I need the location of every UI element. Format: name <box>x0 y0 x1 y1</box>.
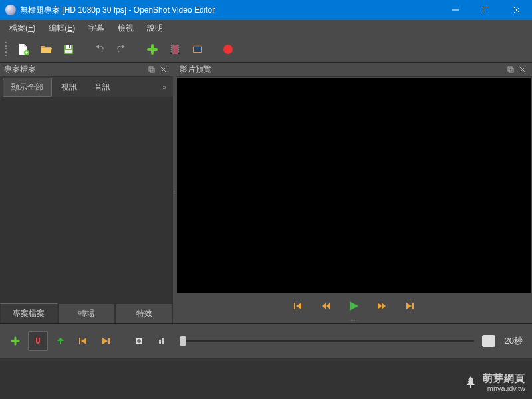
svg-rect-32 <box>294 303 295 309</box>
jump-end-button[interactable] <box>402 298 418 314</box>
import-files-button[interactable] <box>141 38 164 61</box>
timeline-toolbar: 20秒 <box>0 323 532 358</box>
snap-button[interactable] <box>28 331 48 351</box>
svg-rect-33 <box>412 303 414 309</box>
undo-button[interactable] <box>88 38 110 61</box>
menu-file[interactable]: 檔案(F) <box>3 21 42 36</box>
svg-point-23 <box>223 45 233 54</box>
svg-rect-34 <box>60 341 61 344</box>
svg-rect-24 <box>149 67 153 71</box>
next-marker-button[interactable] <box>96 331 116 351</box>
menu-view[interactable]: 檢視 <box>111 21 140 36</box>
svg-rect-1 <box>483 7 489 13</box>
preview-title: 影片預覽 <box>180 64 504 75</box>
filter-more-icon[interactable]: » <box>158 84 170 91</box>
export-button[interactable] <box>217 38 239 61</box>
svg-rect-17 <box>178 47 180 49</box>
project-files-header: 專案檔案 <box>0 63 173 77</box>
file-filter-tabs: 顯示全部 視訊 音訊 » <box>0 77 173 97</box>
watermark-name: 萌芽網頁 <box>483 373 525 384</box>
fast-forward-button[interactable] <box>374 298 390 314</box>
add-track-button[interactable] <box>5 331 25 351</box>
menu-help[interactable]: 說明 <box>140 21 170 36</box>
svg-rect-28 <box>508 67 512 71</box>
filter-audio-tab[interactable]: 音訊 <box>86 78 118 96</box>
svg-rect-13 <box>171 47 172 49</box>
close-button[interactable] <box>501 0 532 20</box>
preview-close-icon[interactable] <box>517 65 528 75</box>
redo-button[interactable] <box>110 38 133 61</box>
svg-rect-35 <box>79 338 80 344</box>
project-files-panel: 專案檔案 顯示全部 視訊 音訊 » 專案檔案 轉場 特效 <box>0 63 173 323</box>
add-marker-button[interactable] <box>51 331 70 351</box>
tab-project-files[interactable]: 專案檔案 <box>0 303 58 323</box>
watermark: 萌芽網頁 mnya.idv.tw <box>463 373 525 392</box>
svg-rect-19 <box>178 51 180 53</box>
zoom-slider-start-icon <box>152 331 172 351</box>
playback-controls <box>176 294 532 318</box>
video-preview[interactable] <box>177 78 531 293</box>
timeline-tracks[interactable] <box>0 358 532 399</box>
watermark-url: mnya.idv.tw <box>483 384 525 392</box>
svg-rect-12 <box>171 45 172 47</box>
svg-rect-15 <box>171 51 172 53</box>
jump-start-button[interactable] <box>290 298 306 314</box>
svg-rect-21 <box>194 47 201 52</box>
toolbar-grip[interactable] <box>3 41 9 57</box>
left-panel-tabs: 專案檔案 轉場 特效 <box>0 303 173 323</box>
menubar: 檔案(F) 編輯(E) 字幕 檢視 說明 <box>0 20 532 36</box>
panel-float-icon[interactable] <box>146 65 157 75</box>
rewind-button[interactable] <box>318 298 334 314</box>
preview-float-icon[interactable] <box>505 65 516 75</box>
minimize-button[interactable] <box>440 0 471 20</box>
center-playhead-button[interactable] <box>129 331 149 351</box>
preview-panel: 影片預覽 ······ <box>176 63 532 323</box>
zoom-value: 20秒 <box>505 335 523 347</box>
titlebar: 無標題專案 [HD 1080p 30 fps] - OpenShot Video… <box>0 0 532 20</box>
fullscreen-button[interactable] <box>186 38 209 61</box>
profile-button[interactable] <box>164 38 186 61</box>
tree-icon <box>463 375 479 391</box>
tab-effects[interactable]: 特效 <box>115 303 173 323</box>
app-icon <box>5 5 16 15</box>
project-files-title: 專案檔案 <box>4 64 145 75</box>
project-files-list[interactable] <box>0 97 173 303</box>
zoom-display-icon <box>482 335 495 347</box>
horizontal-splitter[interactable]: ······ <box>176 318 532 323</box>
filter-video-tab[interactable]: 視訊 <box>53 78 85 96</box>
svg-rect-18 <box>178 49 180 51</box>
svg-rect-16 <box>178 45 180 47</box>
svg-rect-25 <box>150 68 154 72</box>
main-toolbar <box>0 36 532 63</box>
svg-rect-7 <box>65 50 72 53</box>
preview-header: 影片預覽 <box>176 63 532 77</box>
filter-all-tab[interactable]: 顯示全部 <box>3 78 52 97</box>
save-project-button[interactable] <box>57 38 80 61</box>
main-area: 專案檔案 顯示全部 視訊 音訊 » 專案檔案 轉場 特效 影片預覽 <box>0 63 532 323</box>
new-project-button[interactable] <box>12 38 35 61</box>
zoom-slider-thumb[interactable] <box>180 336 186 346</box>
svg-rect-40 <box>470 385 471 388</box>
menu-edit[interactable]: 編輯(E) <box>42 21 82 36</box>
svg-rect-8 <box>69 45 70 48</box>
panel-close-icon[interactable] <box>158 65 169 75</box>
tab-transitions[interactable]: 轉場 <box>58 303 116 323</box>
svg-rect-29 <box>509 68 513 72</box>
open-project-button[interactable] <box>35 38 57 61</box>
zoom-slider[interactable] <box>180 340 474 342</box>
menu-subtitle[interactable]: 字幕 <box>82 21 111 36</box>
prev-marker-button[interactable] <box>73 331 93 351</box>
maximize-button[interactable] <box>471 0 501 20</box>
svg-rect-39 <box>162 338 164 344</box>
svg-rect-38 <box>159 340 161 344</box>
svg-rect-14 <box>171 49 172 51</box>
window-title: 無標題專案 [HD 1080p 30 fps] - OpenShot Video… <box>20 5 440 16</box>
play-button[interactable] <box>346 298 362 314</box>
svg-rect-36 <box>108 338 110 344</box>
svg-rect-22 <box>193 45 202 47</box>
